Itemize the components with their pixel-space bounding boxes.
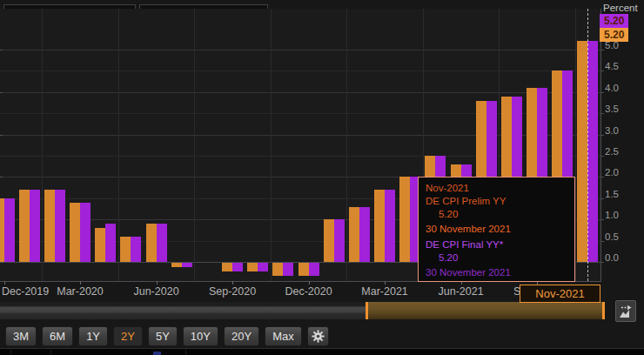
y-axis-tick bbox=[600, 198, 604, 199]
bar-final-Jun-2020[interactable] bbox=[157, 224, 167, 262]
bar-final-Apr-2020[interactable] bbox=[105, 224, 116, 262]
y-axis-tick bbox=[600, 92, 604, 93]
x-axis-tick bbox=[157, 281, 158, 285]
gridline-vertical bbox=[271, 9, 272, 281]
x-axis-tick bbox=[4, 281, 5, 285]
crosshair-line bbox=[587, 9, 588, 281]
gridline-vertical bbox=[194, 9, 195, 281]
bar-final-Dec-2020[interactable] bbox=[309, 263, 319, 276]
taskbar-divider bbox=[185, 350, 186, 355]
x-axis-label: Jun-2021 bbox=[438, 285, 483, 298]
y-axis-tick bbox=[600, 156, 604, 157]
bar-final-Sep-2020[interactable] bbox=[232, 263, 243, 271]
left-axis-tick bbox=[0, 262, 3, 263]
taskbar-divider bbox=[10, 350, 11, 355]
y-axis-tick bbox=[600, 135, 604, 136]
gridline-vertical bbox=[42, 9, 43, 281]
left-axis-tick bbox=[0, 135, 3, 136]
bar-prelim-Jan-2020[interactable] bbox=[19, 190, 30, 262]
bar-final-Nov-2020[interactable] bbox=[283, 263, 293, 276]
bar-prelim-May-2020[interactable] bbox=[120, 237, 131, 262]
range-button-6m[interactable]: 6M bbox=[42, 326, 73, 346]
tooltip-prelim-name: DE CPI Prelim YY bbox=[426, 196, 567, 207]
bar-prelim-Dec-2020[interactable] bbox=[299, 263, 309, 276]
bar-prelim-Oct-2020[interactable] bbox=[247, 263, 258, 271]
bar-final-Mar-2021[interactable] bbox=[385, 190, 395, 262]
bar-prelim-Nov-2020[interactable] bbox=[272, 263, 283, 276]
bar-prelim-Feb-2021[interactable] bbox=[349, 207, 359, 262]
bar-final-Mar-2020[interactable] bbox=[80, 203, 91, 262]
y-axis-label: 0.5 bbox=[605, 231, 640, 242]
bar-final-Jan-2020[interactable] bbox=[30, 190, 40, 262]
bar-prelim-Mar-2020[interactable] bbox=[70, 203, 80, 262]
bar-prelim-Jul-2020[interactable] bbox=[171, 263, 182, 267]
x-axis-tick bbox=[232, 281, 233, 285]
taskbar-app-icon bbox=[153, 352, 161, 355]
left-axis-tick bbox=[0, 177, 3, 178]
bar-final-Feb-2020[interactable] bbox=[55, 190, 65, 262]
gridline-vertical bbox=[118, 9, 119, 281]
bar-final-Dec-2019[interactable] bbox=[4, 198, 15, 262]
bar-prelim-Apr-2020[interactable] bbox=[95, 228, 105, 262]
expand-chart-icon bbox=[618, 304, 634, 319]
y-axis-label: 3.5 bbox=[605, 104, 640, 114]
range-button-3m[interactable]: 3M bbox=[5, 326, 37, 346]
slider-handle-right[interactable] bbox=[602, 302, 605, 319]
bar-final-Nov-2021[interactable] bbox=[587, 41, 598, 262]
x-axis-tick bbox=[385, 281, 386, 285]
chart-settings-button[interactable] bbox=[307, 326, 329, 346]
bar-final-Jul-2020[interactable] bbox=[182, 263, 192, 267]
range-button-1y[interactable]: 1Y bbox=[78, 326, 108, 346]
bar-prelim-Nov-2021[interactable] bbox=[577, 41, 587, 262]
left-axis-tick bbox=[0, 92, 3, 93]
tooltip-final-date: 30 November 2021 bbox=[426, 267, 567, 278]
y-axis-tick bbox=[600, 113, 604, 114]
gridline-horizontal bbox=[0, 50, 600, 50]
x-axis-label: Jun-2020 bbox=[133, 285, 178, 298]
tooltip-prelim-value: 5.20 bbox=[426, 209, 567, 220]
gridline-vertical bbox=[346, 9, 347, 281]
y-axis-tick bbox=[600, 219, 604, 220]
y-axis-tick bbox=[600, 241, 604, 242]
bar-final-Feb-2021[interactable] bbox=[359, 207, 370, 262]
last-value-badge-final: 5.20 bbox=[600, 14, 628, 28]
x-axis-label: Sep-2020 bbox=[209, 285, 256, 298]
bar-prelim-Jun-2020[interactable] bbox=[146, 224, 157, 262]
y-axis-tick bbox=[600, 177, 604, 178]
range-button-20y[interactable]: 20Y bbox=[224, 326, 259, 346]
chart-tooltip: Nov-2021 DE CPI Prelim YY 5.20 30 Novemb… bbox=[418, 177, 575, 282]
y-axis-tick bbox=[600, 262, 604, 263]
y-axis-label: 4.0 bbox=[605, 83, 640, 93]
y-axis-label: 1.0 bbox=[605, 210, 640, 220]
x-axis-tick bbox=[80, 281, 81, 285]
bar-final-Oct-2020[interactable] bbox=[258, 263, 268, 271]
x-axis-label: Dec-2020 bbox=[285, 285, 332, 298]
slider-selected-range[interactable] bbox=[366, 302, 605, 319]
range-button-max[interactable]: Max bbox=[265, 326, 302, 346]
bar-prelim-Apr-2021[interactable] bbox=[399, 177, 410, 262]
bar-final-May-2020[interactable] bbox=[131, 237, 141, 262]
range-button-5y[interactable]: 5Y bbox=[148, 326, 178, 346]
bar-prelim-Sep-2020[interactable] bbox=[222, 263, 232, 271]
bar-prelim-Feb-2020[interactable] bbox=[44, 190, 55, 262]
cpi-chart-window: DE CPI Prelim YY5.20 DE CPI Final YY*5.2… bbox=[0, 0, 644, 355]
tooltip-prelim-date: 30 November 2021 bbox=[426, 224, 567, 235]
x-axis-label: Dec-2019 bbox=[2, 285, 49, 298]
last-value-badge-prelim: 5.20 bbox=[600, 28, 628, 42]
slider-out-of-range-area[interactable] bbox=[0, 302, 366, 319]
taskbar-strip bbox=[0, 348, 644, 355]
expand-chart-button[interactable] bbox=[615, 300, 636, 322]
y-axis-label: 2.0 bbox=[605, 167, 640, 178]
range-button-10y[interactable]: 10Y bbox=[183, 326, 218, 346]
left-axis-tick bbox=[0, 50, 3, 50]
y-axis-title: Percent bbox=[603, 3, 638, 13]
slider-handle-left[interactable] bbox=[366, 302, 368, 319]
bar-final-Jan-2021[interactable] bbox=[334, 219, 345, 262]
tooltip-final-name: DE CPI Final YY* bbox=[426, 239, 567, 251]
range-slider-track[interactable] bbox=[0, 302, 607, 319]
bar-prelim-Jan-2021[interactable] bbox=[324, 219, 334, 262]
x-label-highlight-box: Nov-2021 bbox=[520, 285, 600, 303]
range-button-2y[interactable]: 2Y bbox=[113, 326, 143, 346]
tooltip-final-value: 5.20 bbox=[426, 252, 567, 264]
bar-prelim-Mar-2021[interactable] bbox=[374, 190, 385, 262]
